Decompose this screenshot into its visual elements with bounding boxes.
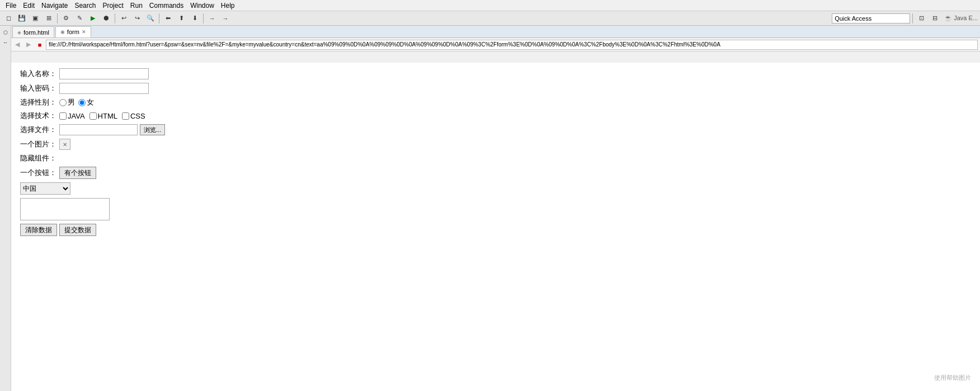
toolbar-layout1[interactable]: ⊡: [915, 13, 927, 24]
toolbar-layout2[interactable]: ⊟: [929, 13, 941, 24]
tab-form-html-icon: ◈: [17, 30, 21, 35]
tabbar: ◈ form.html ◉ form ✕: [0, 26, 980, 38]
toolbar-btn3[interactable]: ▣: [29, 13, 41, 24]
toolbar-sep3: [159, 13, 159, 23]
quick-access-label: Quick Access: [835, 15, 871, 22]
addr-back[interactable]: ◀: [12, 40, 22, 50]
quick-access-box[interactable]: Quick Access: [832, 13, 910, 23]
tab-form-icon: ◉: [60, 29, 65, 35]
toolbar-btn6[interactable]: ✎: [73, 13, 86, 24]
toolbar-btn8[interactable]: ⬢: [100, 13, 112, 24]
side-btn2[interactable]: ↔: [1, 38, 10, 47]
menu-help[interactable]: Help: [218, 1, 238, 11]
toolbar-btn9[interactable]: ↩: [117, 13, 130, 24]
menu-project[interactable]: Project: [99, 1, 126, 11]
toolbar-save[interactable]: 💾: [16, 13, 28, 24]
toolbar-btn5[interactable]: ⚙: [60, 13, 72, 24]
tab-form-html[interactable]: ◈ form.html: [12, 26, 54, 37]
tab-form-close[interactable]: ✕: [82, 29, 86, 35]
toolbar-sep5: [912, 13, 913, 23]
addr-stop[interactable]: ■: [35, 40, 45, 50]
menu-navigate[interactable]: Navigate: [38, 1, 71, 11]
side-btn1[interactable]: ⬡: [1, 28, 10, 37]
toolbar-new[interactable]: ◻: [2, 13, 15, 24]
tab-form-html-label: form.html: [23, 29, 49, 36]
toolbar-btn12[interactable]: ⬅: [162, 13, 174, 24]
addr-forward[interactable]: ▶: [23, 40, 34, 50]
toolbar-btn16[interactable]: →: [219, 13, 232, 24]
menu-edit[interactable]: Edit: [20, 1, 38, 11]
tab-form-label: form: [67, 29, 79, 35]
menu-window[interactable]: Window: [187, 1, 218, 11]
menu-file[interactable]: File: [2, 1, 20, 11]
menu-run[interactable]: Run: [127, 1, 146, 11]
addressbar: ◀ ▶ ■: [0, 38, 980, 51]
toolbar-run[interactable]: ▶: [87, 13, 99, 24]
toolbar-btn11[interactable]: 🔍: [144, 13, 157, 24]
toolbar-sep1: [57, 13, 58, 23]
tab-form[interactable]: ◉ form ✕: [55, 26, 91, 37]
address-input[interactable]: [46, 40, 978, 50]
toolbar-btn15[interactable]: →: [206, 13, 218, 24]
menubar: File Edit Navigate Search Project Run Co…: [0, 0, 980, 11]
side-toolbar: ⬡ ↔: [0, 26, 11, 51]
menu-commands[interactable]: Commands: [146, 1, 187, 11]
toolbar-btn10[interactable]: ↪: [131, 13, 143, 24]
toolbar: ◻ 💾 ▣ ⊞ ⚙ ✎ ▶ ⬢ ↩ ↪ 🔍 ⬅ ⬆ ⬇ → → Quick Ac…: [0, 11, 980, 26]
toolbar-btn14[interactable]: ⬇: [189, 13, 201, 24]
toolbar-sep2: [115, 13, 115, 23]
java-label: ☕ Java E...: [944, 15, 978, 22]
toolbar-btn4[interactable]: ⊞: [43, 13, 55, 24]
toolbar-sep4: [203, 13, 204, 23]
toolbar-btn13[interactable]: ⬆: [175, 13, 187, 24]
menu-search[interactable]: Search: [71, 1, 99, 11]
